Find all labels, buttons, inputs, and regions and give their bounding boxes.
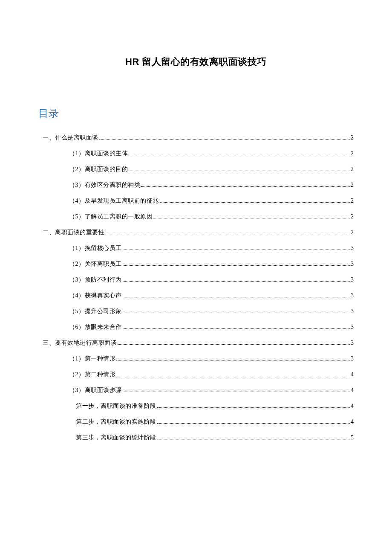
toc-leader-dots bbox=[116, 360, 350, 360]
toc-entry-page: 2 bbox=[351, 180, 354, 189]
toc-entry[interactable]: （6）放眼未来合作3 bbox=[38, 323, 354, 331]
toc-leader-dots bbox=[129, 171, 350, 171]
toc-entry-label: （1）离职面谈的主体 bbox=[69, 149, 128, 158]
toc-entry[interactable]: （5）了解员工离职的一般原因2 bbox=[38, 212, 354, 221]
toc-leader-dots bbox=[129, 155, 350, 155]
toc-leader-dots bbox=[123, 313, 350, 313]
toc-entry[interactable]: （3）有效区分离职的种类2 bbox=[38, 180, 354, 189]
toc-entry[interactable]: （2）离职面谈的目的2 bbox=[38, 165, 354, 174]
toc-entry-page: 3 bbox=[351, 307, 354, 316]
toc-entry-page: 3 bbox=[351, 244, 354, 253]
toc-entry-page: 4 bbox=[351, 417, 354, 426]
toc-entry[interactable]: 三、要有效地进行离职面谈3 bbox=[38, 338, 354, 347]
toc-entry[interactable]: 一、什么是离职面谈2 bbox=[38, 133, 354, 142]
toc-leader-dots bbox=[141, 186, 350, 187]
toc-entry[interactable]: （1）第一种情形3 bbox=[38, 354, 354, 363]
toc-entry[interactable]: （3）预防不利行为3 bbox=[38, 275, 354, 284]
toc-entry-label: （2）关怀离职员工 bbox=[69, 259, 122, 268]
toc-entry-label: 第三步，离职面谈的统计阶段 bbox=[76, 433, 156, 442]
toc-entry-label: （1）挽留核心员工 bbox=[69, 244, 122, 253]
toc-list: 一、什么是离职面谈2（1）离职面谈的主体2（2）离职面谈的目的2（3）有效区分离… bbox=[38, 133, 354, 442]
toc-leader-dots bbox=[157, 439, 350, 439]
toc-entry-label: （5）提升公司形象 bbox=[69, 307, 122, 316]
toc-leader-dots bbox=[99, 139, 350, 139]
toc-leader-dots bbox=[116, 376, 350, 376]
toc-entry[interactable]: （1）离职面谈的主体2 bbox=[38, 149, 354, 158]
toc-entry[interactable]: （2）第二种情形4 bbox=[38, 370, 354, 379]
toc-leader-dots bbox=[123, 328, 350, 329]
toc-leader-dots bbox=[123, 392, 350, 392]
toc-leader-dots bbox=[123, 297, 350, 297]
toc-entry-page: 2 bbox=[351, 212, 354, 221]
toc-entry-label: （4）及早发现员工离职前的征兆 bbox=[69, 196, 159, 205]
toc-leader-dots bbox=[118, 344, 350, 345]
toc-entry-page: 3 bbox=[351, 275, 354, 284]
toc-leader-dots bbox=[160, 202, 350, 203]
toc-entry-label: （3）离职面谈步骤 bbox=[69, 386, 122, 395]
toc-entry[interactable]: （2）关怀离职员工3 bbox=[38, 259, 354, 268]
toc-entry-page: 4 bbox=[351, 386, 354, 395]
toc-entry-label: （1）第一种情形 bbox=[69, 354, 115, 363]
toc-entry[interactable]: 第三步，离职面谈的统计阶段5 bbox=[38, 433, 354, 442]
toc-entry-label: 第二步，离职面谈的实施阶段 bbox=[76, 417, 156, 426]
toc-entry-label: （2）第二种情形 bbox=[69, 370, 115, 379]
toc-entry-page: 3 bbox=[351, 291, 354, 300]
toc-entry-label: （2）离职面谈的目的 bbox=[69, 165, 128, 174]
toc-entry-page: 2 bbox=[351, 133, 354, 142]
toc-leader-dots bbox=[123, 250, 350, 250]
toc-entry[interactable]: （3）离职面谈步骤4 bbox=[38, 386, 354, 395]
toc-entry[interactable]: 第二步，离职面谈的实施阶段4 bbox=[38, 417, 354, 426]
toc-entry-page: 2 bbox=[351, 228, 354, 237]
toc-entry-page: 2 bbox=[351, 196, 354, 205]
toc-entry-page: 4 bbox=[351, 401, 354, 410]
toc-entry-page: 3 bbox=[351, 323, 354, 331]
toc-entry[interactable]: 二、离职面谈的重要性2 bbox=[38, 228, 354, 237]
document-title: HR 留人留心的有效离职面谈技巧 bbox=[38, 55, 354, 68]
toc-leader-dots bbox=[153, 218, 350, 218]
toc-leader-dots bbox=[123, 265, 350, 266]
toc-entry[interactable]: （4）及早发现员工离职前的征兆2 bbox=[38, 196, 354, 205]
toc-entry-page: 2 bbox=[351, 165, 354, 174]
toc-leader-dots bbox=[105, 234, 350, 234]
toc-entry-label: （6）放眼未来合作 bbox=[69, 323, 122, 331]
toc-leader-dots bbox=[157, 407, 350, 408]
toc-entry-label: （5）了解员工离职的一般原因 bbox=[69, 212, 153, 221]
toc-entry[interactable]: （5）提升公司形象3 bbox=[38, 307, 354, 316]
toc-entry-label: 三、要有效地进行离职面谈 bbox=[43, 338, 117, 347]
toc-entry-page: 5 bbox=[351, 433, 354, 442]
toc-entry[interactable]: 第一步，离职面谈的准备阶段4 bbox=[38, 401, 354, 410]
toc-leader-dots bbox=[157, 423, 350, 424]
toc-entry-label: （3）有效区分离职的种类 bbox=[69, 180, 140, 189]
toc-entry-page: 3 bbox=[351, 338, 354, 347]
toc-entry-page: 4 bbox=[351, 370, 354, 379]
toc-entry-label: 二、离职面谈的重要性 bbox=[43, 228, 104, 237]
toc-entry-label: （3）预防不利行为 bbox=[69, 275, 122, 284]
toc-entry-page: 3 bbox=[351, 354, 354, 363]
toc-entry[interactable]: （1）挽留核心员工3 bbox=[38, 244, 354, 253]
toc-entry-page: 3 bbox=[351, 259, 354, 268]
toc-entry-label: 一、什么是离职面谈 bbox=[43, 133, 98, 142]
toc-heading: 目录 bbox=[38, 107, 354, 120]
toc-entry-label: （4）获得真实心声 bbox=[69, 291, 122, 300]
toc-entry[interactable]: （4）获得真实心声3 bbox=[38, 291, 354, 300]
toc-leader-dots bbox=[123, 281, 350, 282]
toc-entry-page: 2 bbox=[351, 149, 354, 158]
toc-entry-label: 第一步，离职面谈的准备阶段 bbox=[76, 401, 156, 410]
